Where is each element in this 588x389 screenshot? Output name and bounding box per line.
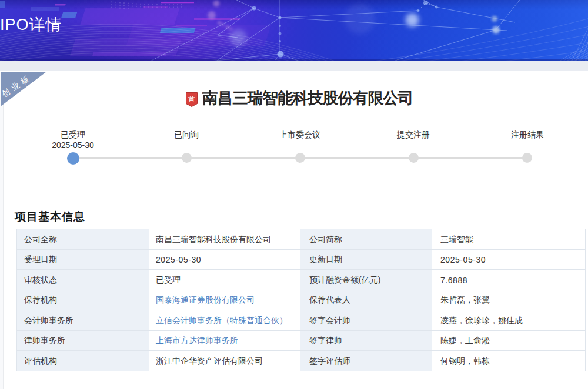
svg-text:首: 首 — [188, 95, 195, 103]
